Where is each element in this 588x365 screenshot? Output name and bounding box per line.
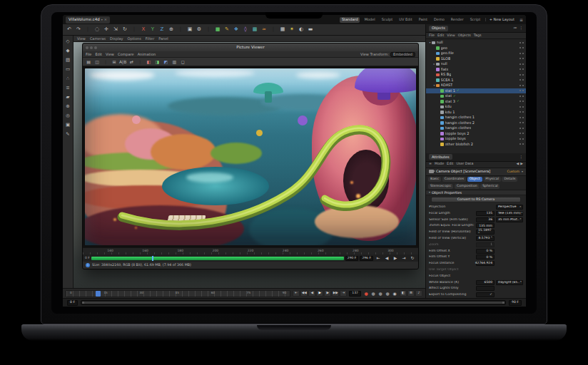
rotate-tool-icon[interactable]: ↻ [121, 26, 129, 34]
visibility-dot[interactable] [519, 42, 521, 43]
back-icon[interactable]: ◀ [517, 163, 519, 166]
move-tool-icon[interactable]: ✛ [102, 26, 111, 34]
picture-viewer-menu-item[interactable]: Edit [95, 53, 102, 56]
channel-blue-icon[interactable]: ◩ [162, 58, 169, 66]
visibility-dot[interactable] [522, 111, 524, 113]
visibility-dot[interactable] [522, 133, 524, 134]
pv-goto-start-button[interactable]: ⇤ [375, 255, 382, 262]
tab-attributes[interactable]: Attributes [429, 154, 452, 160]
object-item[interactable]: ▸ null [426, 61, 526, 67]
visibility-dot[interactable] [522, 53, 524, 54]
workplane-mode-icon[interactable]: ▭ [64, 66, 72, 73]
visibility-dot[interactable] [522, 143, 524, 145]
chevron-down-icon[interactable]: ▾ [101, 19, 103, 21]
visibility-dot[interactable] [519, 133, 521, 134]
visibility-dots[interactable] [519, 106, 524, 108]
object-item[interactable]: kdu 1 [426, 110, 526, 115]
sound-button[interactable]: ♪ [415, 290, 422, 297]
visibility-dot[interactable] [519, 128, 521, 129]
visibility-dot[interactable] [519, 111, 521, 113]
separator[interactable]: | [136, 58, 143, 66]
visibility-dot[interactable] [522, 90, 524, 91]
visibility-dot[interactable] [522, 96, 524, 97]
visibility-dot[interactable] [522, 42, 524, 43]
visibility-dots[interactable] [519, 143, 524, 145]
separator[interactable]: | [269, 26, 278, 34]
visibility-dots[interactable] [519, 122, 524, 123]
workplane-lock-icon[interactable]: ✎ [64, 130, 72, 138]
visibility-dots[interactable] [519, 96, 524, 97]
viewport-menu-item[interactable]: Cameras [90, 37, 106, 41]
attribute-value-field[interactable]: 1 [476, 242, 495, 247]
pv-play-button[interactable]: ▶ [392, 255, 399, 262]
menu-icon[interactable]: ≡ [429, 163, 432, 166]
tab-objects[interactable]: Objects [429, 26, 448, 31]
polygons-mode-icon[interactable]: ▰ [64, 93, 72, 101]
render-settings-icon[interactable]: ⚙ [195, 26, 203, 34]
viewport-menu-item[interactable]: View [77, 37, 86, 41]
visibility-dots[interactable] [519, 58, 524, 59]
object-item[interactable]: RS Bg [426, 72, 526, 78]
picture-viewer-menu-item[interactable]: Animation [138, 53, 156, 56]
viewport-menu-item[interactable]: Display [110, 37, 123, 41]
enabled-check-icon[interactable]: ✓ [457, 89, 460, 93]
attribute-tab[interactable]: Details [502, 177, 517, 182]
object-item[interactable]: stat ✓ [426, 93, 526, 99]
visibility-dots[interactable] [519, 63, 524, 65]
object-item[interactable]: kdu [426, 104, 526, 110]
snap-button[interactable]: ⊞ [407, 290, 415, 297]
attribute-tab[interactable]: Physical [483, 177, 501, 182]
visibility-dots[interactable] [519, 138, 524, 140]
attribute-tab[interactable]: Object [467, 177, 482, 182]
layout-tab[interactable]: Script [468, 17, 482, 23]
key-scale-button[interactable]: ● [377, 290, 383, 297]
object-item[interactable]: SCEA 1 [426, 78, 526, 83]
visibility-dot[interactable] [522, 68, 524, 70]
enabled-check-icon[interactable]: ✓ [457, 100, 460, 103]
visibility-dot[interactable] [519, 79, 521, 81]
visibility-dot[interactable] [519, 106, 521, 108]
layout-tab[interactable]: Render [449, 17, 465, 23]
deformer-icon[interactable]: ◊ [241, 26, 250, 34]
objects-menu-item[interactable]: File [429, 34, 435, 38]
add-cube-icon[interactable]: ■ [213, 26, 222, 34]
timeline-playhead[interactable] [96, 291, 101, 297]
object-item[interactable]: hangin clothes [426, 125, 526, 131]
live-selection-icon[interactable]: ◌ [93, 26, 101, 34]
pv-prev-frame-button[interactable]: ◀ [383, 255, 390, 262]
preset-label[interactable]: Custom [507, 170, 519, 174]
layout-tab[interactable]: Paint [417, 17, 429, 23]
attributes-menu-item[interactable]: User Data [456, 163, 473, 166]
object-item[interactable]: hangin clothes 1 [426, 115, 526, 120]
menu-icon[interactable]: ≡ [519, 18, 523, 22]
visibility-dot[interactable] [522, 117, 524, 118]
next-key-button[interactable]: ▶▶ [332, 290, 339, 297]
objects-menu-item[interactable]: View [447, 34, 455, 38]
attribute-dropdown[interactable]: Tele (135 mm) [496, 211, 523, 216]
picture-viewer-menu-item[interactable]: Compare [118, 53, 134, 56]
object-item[interactable]: ▾ ADAST [426, 83, 526, 88]
object-item[interactable]: topple boys [426, 136, 526, 142]
key-rotation-button[interactable]: ● [385, 290, 390, 297]
fullscreen-icon[interactable]: ◻ [179, 58, 186, 66]
attribute-value-field[interactable]: 135 [476, 211, 495, 216]
object-item[interactable]: geo.file [426, 51, 526, 56]
visibility-dots[interactable] [519, 101, 524, 102]
visibility-dot[interactable] [522, 101, 524, 102]
panel-menu-icon[interactable]: ⋮ [519, 155, 524, 160]
enable-axis-icon[interactable]: ⊕ [64, 103, 72, 110]
visibility-dots[interactable] [519, 74, 524, 76]
layers-icon[interactable]: ⊞ [111, 58, 118, 66]
make-editable-icon[interactable]: ◇ [64, 38, 72, 45]
next-frame-button[interactable]: ▶ [324, 290, 331, 297]
pv-loop-button[interactable]: ↻ [409, 255, 416, 262]
attribute-tab[interactable]: Stereoscopic [428, 184, 453, 189]
range-start-field[interactable]: 290 F [345, 256, 359, 261]
visibility-dots[interactable] [519, 47, 524, 48]
attribute-value-field[interactable]: 42764.924 [476, 261, 495, 266]
visibility-dot[interactable] [519, 58, 521, 59]
goto-start-button[interactable]: ⇤ [293, 290, 300, 297]
axis-z-icon[interactable]: Z [158, 26, 166, 34]
progress-playhead[interactable] [152, 256, 153, 261]
record-keyframe-button[interactable]: ● [363, 290, 369, 297]
